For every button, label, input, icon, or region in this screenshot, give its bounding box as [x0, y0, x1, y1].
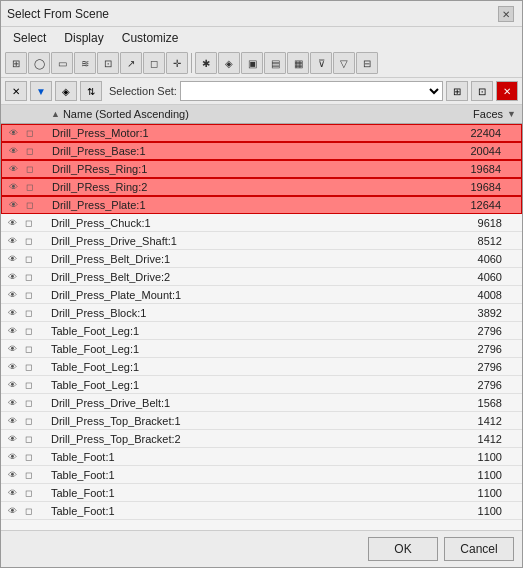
list-item[interactable]: 👁◻Table_Foot:11100: [1, 448, 522, 466]
toolbar-cross-btn[interactable]: ✛: [166, 52, 188, 74]
sel-set-btn1[interactable]: ⊞: [446, 81, 468, 101]
row-name: Drill_Press_Plate_Mount:1: [49, 289, 452, 301]
row-faces: 1100: [452, 451, 522, 463]
header-name-col[interactable]: ▲ Name (Sorted Ascending): [49, 108, 452, 120]
list-item[interactable]: 👁◻Drill_Press_Chuck:19618: [1, 214, 522, 232]
toolbar-circle-btn[interactable]: ◯: [28, 52, 50, 74]
list-item[interactable]: 👁◻Table_Foot_Leg:12796: [1, 340, 522, 358]
eye-icon[interactable]: 👁: [5, 469, 19, 481]
select-from-scene-window: Select From Scene ✕ Select Display Custo…: [0, 0, 523, 568]
list-item[interactable]: 👁◻Drill_Press_Drive_Shaft:18512: [1, 232, 522, 250]
list-item[interactable]: 👁◻Drill_Press_Block:13892: [1, 304, 522, 322]
clear-filter-btn[interactable]: ✕: [5, 81, 27, 101]
shape-icon: ◻: [21, 379, 35, 391]
eye-icon[interactable]: 👁: [5, 379, 19, 391]
menu-customize[interactable]: Customize: [114, 29, 187, 47]
eye-icon[interactable]: 👁: [5, 343, 19, 355]
eye-icon[interactable]: 👁: [5, 397, 19, 409]
toolbar-grid2-btn[interactable]: ▦: [287, 52, 309, 74]
shape-icon: ◻: [21, 469, 35, 481]
eye-icon[interactable]: 👁: [5, 415, 19, 427]
row-faces: 2796: [452, 343, 522, 355]
list-item[interactable]: 👁◻Table_Foot:11100: [1, 466, 522, 484]
ok-button[interactable]: OK: [368, 537, 438, 561]
list-item[interactable]: 👁◻Drill_Press_Base:120044: [1, 142, 522, 160]
eye-icon[interactable]: 👁: [5, 325, 19, 337]
row-name: Drill_Press_Belt_Drive:1: [49, 253, 452, 265]
object-list[interactable]: 👁◻Drill_Press_Motor:122404👁◻Drill_Press_…: [1, 124, 522, 530]
eye-icon[interactable]: 👁: [5, 505, 19, 517]
list-item[interactable]: 👁◻Drill_Press_Belt_Drive:24060: [1, 268, 522, 286]
header-filter-arrow: ▼: [507, 109, 516, 119]
row-icons: 👁◻: [1, 451, 49, 463]
toolbar-arrow-btn[interactable]: ↗: [120, 52, 142, 74]
toolbar-star-btn[interactable]: ✱: [195, 52, 217, 74]
faces-col-label: Faces: [473, 108, 503, 120]
row-name: Drill_Press_Plate:1: [50, 199, 451, 211]
list-item[interactable]: 👁◻Table_Foot:11100: [1, 484, 522, 502]
row-name: Drill_Press_Base:1: [50, 145, 451, 157]
list-header: ▲ Name (Sorted Ascending) Faces ▼: [1, 105, 522, 124]
list-item[interactable]: 👁◻Drill_Press_Plate_Mount:14008: [1, 286, 522, 304]
menu-display[interactable]: Display: [56, 29, 111, 47]
list-item[interactable]: 👁◻Drill_Press_Drive_Belt:11568: [1, 394, 522, 412]
header-faces-col[interactable]: Faces ▼: [452, 108, 522, 120]
list-item[interactable]: 👁◻Table_Foot_Leg:12796: [1, 358, 522, 376]
eye-icon[interactable]: 👁: [5, 433, 19, 445]
eye-icon[interactable]: 👁: [6, 181, 20, 193]
eye-icon[interactable]: 👁: [6, 145, 20, 157]
list-item[interactable]: 👁◻Drill_Press_Top_Bracket:21412: [1, 430, 522, 448]
menu-bar: Select Display Customize: [1, 27, 522, 49]
toolbar-square-btn[interactable]: ◻: [143, 52, 165, 74]
eye-icon[interactable]: 👁: [6, 127, 20, 139]
selection-set-combo[interactable]: [180, 81, 443, 101]
filter-icon-btn[interactable]: ▼: [30, 81, 52, 101]
toolbar-diamond-btn[interactable]: ◈: [218, 52, 240, 74]
list-item[interactable]: 👁◻Table_Foot:11100: [1, 502, 522, 520]
toolbar-filled-btn[interactable]: ▣: [241, 52, 263, 74]
eye-icon[interactable]: 👁: [5, 307, 19, 319]
row-faces: 9618: [452, 217, 522, 229]
eye-icon[interactable]: 👁: [5, 253, 19, 265]
row-name: Table_Foot_Leg:1: [49, 343, 452, 355]
toolbar-lines-btn[interactable]: ▤: [264, 52, 286, 74]
eye-icon[interactable]: 👁: [5, 361, 19, 373]
toolbar-grid-btn[interactable]: ⊡: [97, 52, 119, 74]
list-item[interactable]: 👁◻Drill_Press_Motor:122404: [1, 124, 522, 142]
eye-icon[interactable]: 👁: [5, 487, 19, 499]
row-faces: 1100: [452, 469, 522, 481]
list-item[interactable]: 👁◻Drill_Press_Top_Bracket:11412: [1, 412, 522, 430]
eye-icon[interactable]: 👁: [5, 451, 19, 463]
toolbar-options-btn[interactable]: ⊟: [356, 52, 378, 74]
eye-icon[interactable]: 👁: [5, 217, 19, 229]
shape-icon: ◻: [21, 217, 35, 229]
list-item[interactable]: 👁◻Drill_PRess_Ring:219684: [1, 178, 522, 196]
title-bar: Select From Scene ✕: [1, 1, 522, 27]
toolbar-rect-btn[interactable]: ▭: [51, 52, 73, 74]
eye-icon[interactable]: 👁: [6, 199, 20, 211]
sel-set-btn2[interactable]: ⊡: [471, 81, 493, 101]
toolbar-wave-btn[interactable]: ≋: [74, 52, 96, 74]
eye-icon[interactable]: 👁: [5, 271, 19, 283]
row-icons: 👁◻: [1, 361, 49, 373]
list-item[interactable]: 👁◻Table_Foot_Leg:12796: [1, 322, 522, 340]
list-item[interactable]: 👁◻Table_Foot_Leg:12796: [1, 376, 522, 394]
cancel-button[interactable]: Cancel: [444, 537, 514, 561]
menu-select[interactable]: Select: [5, 29, 54, 47]
filter-down-btn[interactable]: ✕: [496, 81, 518, 101]
row-faces: 3892: [452, 307, 522, 319]
list-item[interactable]: 👁◻Drill_Press_Plate:112644: [1, 196, 522, 214]
eye-icon[interactable]: 👁: [5, 235, 19, 247]
eye-icon[interactable]: 👁: [6, 163, 20, 175]
list-item[interactable]: 👁◻Drill_Press_Belt_Drive:14060: [1, 250, 522, 268]
layers-btn[interactable]: ◈: [55, 81, 77, 101]
eye-icon[interactable]: 👁: [5, 289, 19, 301]
close-button[interactable]: ✕: [498, 6, 514, 22]
list-item[interactable]: 👁◻Drill_PRess_Ring:119684: [1, 160, 522, 178]
toolbar-funnel-btn[interactable]: ⊽: [310, 52, 332, 74]
toolbar-all-btn[interactable]: ⊞: [5, 52, 27, 74]
row-faces: 4060: [452, 253, 522, 265]
sort-btn[interactable]: ⇅: [80, 81, 102, 101]
row-icons: 👁◻: [1, 505, 49, 517]
toolbar-filter-btn[interactable]: ▽: [333, 52, 355, 74]
